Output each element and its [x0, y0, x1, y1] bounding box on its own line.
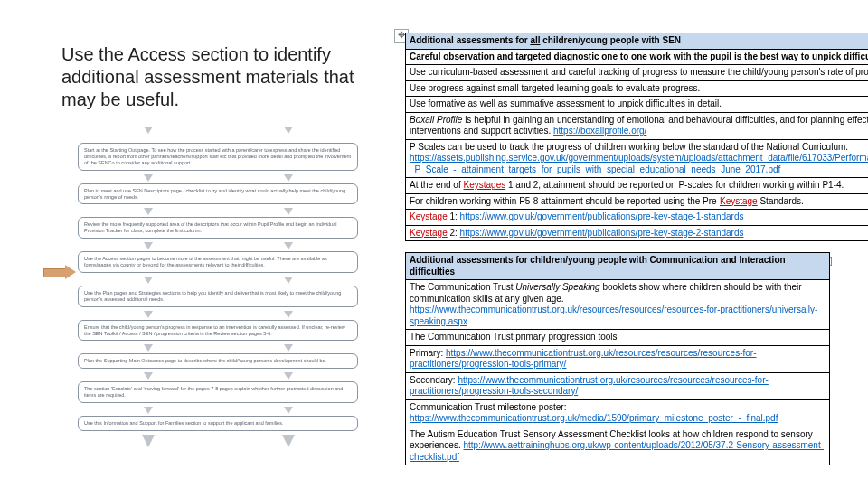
flow-arrow-connector [78, 174, 358, 180]
flow-step: Plan the Supporting Main Outcomes page t… [78, 353, 358, 369]
table-sen-all: Additional assessments for all children/… [405, 33, 868, 241]
table-comm-interaction: Additional assessments for children/youn… [405, 252, 830, 465]
flow-step: Use this Information and Support for Fam… [78, 416, 358, 431]
table-row: Use formative as well as summative asses… [406, 97, 869, 113]
table-row: P Scales can be used to track the progre… [406, 139, 869, 178]
table-row: Careful observation and targeted diagnos… [406, 49, 869, 65]
slide: Use the Access section to identify addit… [0, 0, 868, 488]
flow-step: Ensure that the child/young person's pro… [78, 320, 358, 342]
table2-header: Additional assessments for children/youn… [406, 253, 830, 280]
flow-arrows-top [78, 127, 358, 139]
flow-arrow-connector [78, 407, 358, 412]
table-row: Secondary: https://www.thecommunicationt… [406, 372, 830, 399]
callout-arrow [43, 265, 76, 279]
table-row: Primary: https://www.thecommunicationtru… [406, 345, 830, 372]
table1-header: Additional assessments for all children/… [406, 33, 869, 50]
flowchart: Start at the Starting Out page. To see h… [78, 127, 358, 451]
flow-step: Plan to meet and use SEN Descriptors pag… [78, 183, 358, 205]
flow-step: Review the more frequently supported are… [78, 217, 358, 239]
table-row: The Autism Education Trust Sensory Asses… [406, 427, 830, 465]
flow-arrow-connector [78, 277, 358, 282]
flow-arrows-bottom [78, 435, 358, 451]
tables-region: Additional assessments for all children/… [405, 33, 830, 476]
flow-arrow-connector [78, 372, 358, 378]
instruction-text: Use the Access section to identify addit… [61, 43, 387, 111]
flow-arrow-connector [78, 242, 358, 248]
table-row: Use progress against small targeted lear… [406, 80, 869, 97]
table-row: Keystage 2: https://www.gov.uk/governmen… [406, 225, 869, 241]
table-row: For children working within P5-8 attainm… [406, 193, 869, 210]
flow-step: Use the Plan pages and Strategies sectio… [78, 286, 358, 307]
flow-arrow-connector [78, 208, 358, 213]
flow-step: The section 'Escalate' and 'moving forwa… [78, 381, 358, 403]
table-row: The Communication Trust Universally Spea… [406, 280, 830, 330]
flow-arrow-connector [78, 344, 358, 350]
flow-step: Use the Access section pages to become m… [78, 251, 358, 273]
table-row: Use curriculum-based assessment and care… [406, 65, 869, 81]
flow-arrow-connector [78, 311, 358, 316]
table-row: At the end of Keystages 1 and 2, attainm… [406, 178, 869, 194]
table-row: The Communication Trust primary progress… [406, 330, 830, 346]
table-row: Keystage 1: https://www.gov.uk/governmen… [406, 210, 869, 226]
table-row: Communication Trust milestone poster: ht… [406, 399, 830, 427]
flow-step: Start at the Starting Out page. To see h… [78, 143, 358, 171]
table-row: Boxall Profile is helpful in gaining an … [406, 112, 869, 139]
